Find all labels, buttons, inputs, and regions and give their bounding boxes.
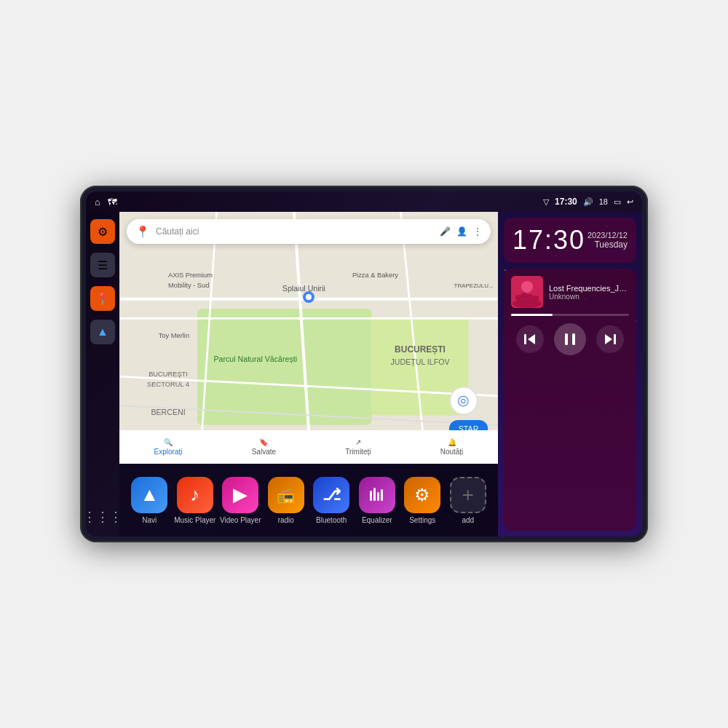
sidebar-grid[interactable]: ⋮⋮⋮ — [90, 505, 115, 529]
app-music-player[interactable]: ♪ Music Player — [173, 477, 218, 524]
radio-app-icon: 📻 — [268, 477, 304, 513]
svg-marker-49 — [605, 334, 612, 344]
track-name: Lost Frequencies_Janie... — [549, 284, 629, 293]
svg-point-22 — [306, 294, 312, 300]
explore-icon: 🔍 — [164, 438, 173, 446]
app-bluetooth[interactable]: ⎇ Bluetooth — [309, 477, 355, 524]
add-symbol: + — [462, 483, 474, 507]
video-app-icon: ▶ — [222, 477, 258, 513]
svg-text:BUCUREȘTI: BUCUREȘTI — [149, 371, 188, 378]
wifi-icon: ▽ — [543, 197, 549, 207]
add-app-icon: + — [450, 477, 486, 513]
prev-icon — [522, 331, 538, 347]
next-button[interactable] — [596, 325, 624, 353]
status-left-icons: ⌂ 🗺 — [95, 197, 117, 207]
sidebar-settings[interactable]: ⚙ — [90, 219, 115, 244]
equalizer-app-icon — [359, 477, 395, 513]
navi-label: Navi — [142, 516, 157, 524]
battery-level: 18 — [599, 197, 608, 206]
map-search-bar[interactable]: 📍 Căutați aici 🎤 👤 ⋮ — [127, 219, 491, 244]
back-icon[interactable]: ↩ — [627, 197, 633, 207]
app-equalizer[interactable]: Equalizer — [355, 477, 400, 524]
eq-symbol — [367, 485, 387, 505]
car-head-unit: ⌂ 🗺 ▽ 17:30 🔊 18 ▭ ↩ ⚙ ☰ — [80, 186, 648, 542]
prev-button[interactable] — [516, 325, 544, 353]
svg-text:BERCENI: BERCENI — [151, 408, 185, 416]
svg-point-41 — [527, 294, 533, 300]
bluetooth-label: Bluetooth — [316, 516, 347, 524]
app-video-player[interactable]: ▶ Video Player — [218, 477, 264, 524]
google-maps-icon: 📍 — [135, 225, 150, 239]
maps-status-icon[interactable]: 🗺 — [108, 197, 117, 207]
svg-text:JUDEȚUL ILFOV: JUDEȚUL ILFOV — [390, 357, 450, 366]
status-time: 17:30 — [555, 197, 577, 207]
app-radio[interactable]: 📻 radio — [264, 477, 309, 524]
track-artist: Unknown — [549, 293, 629, 301]
mic-icon[interactable]: 🎤 — [440, 226, 451, 237]
map-pin-icon: 📍 — [95, 292, 110, 306]
sidebar-maps[interactable]: 📍 — [90, 286, 115, 311]
clock-date-block: 2023/12/12 Tuesday — [587, 231, 628, 250]
status-bar: ⌂ 🗺 ▽ 17:30 🔊 18 ▭ ↩ — [86, 191, 642, 212]
music-symbol: ♪ — [190, 483, 199, 506]
news-icon: 🔔 — [448, 438, 456, 446]
menu-icon[interactable]: ⋮ — [473, 226, 482, 237]
music-label: Music Player — [174, 516, 215, 524]
music-app-icon: ♪ — [177, 477, 213, 513]
svg-text:SECTORUL 4: SECTORUL 4 — [147, 381, 189, 388]
sidebar: ⚙ ☰ 📍 ▲ ⋮⋮⋮ — [86, 212, 119, 537]
map-nav-saved[interactable]: 🔖 Salvate — [252, 438, 276, 456]
center-area: 📍 Căutați aici 🎤 👤 ⋮ — [119, 212, 498, 537]
video-symbol: ▶ — [233, 483, 248, 506]
app-grid: ▲ Navi ♪ Music Player ▶ Vid — [119, 464, 498, 537]
svg-point-42 — [533, 296, 539, 301]
svg-text:BUCUREȘTI: BUCUREȘTI — [395, 344, 446, 355]
clock-time: 17:30 — [513, 225, 585, 256]
album-art-graphic — [511, 276, 543, 308]
radio-symbol: 📻 — [277, 486, 295, 504]
sidebar-navi[interactable]: ▲ — [90, 320, 115, 344]
map-nav-explore[interactable]: 🔍 Explorați — [154, 438, 183, 456]
map-svg: Splaiul Unirii Parcul Natural Văcărești … — [119, 212, 498, 464]
app-add[interactable]: + add — [446, 477, 491, 524]
screen: ⌂ 🗺 ▽ 17:30 🔊 18 ▭ ↩ ⚙ ☰ — [86, 191, 642, 537]
svg-rect-47 — [572, 333, 575, 345]
track-info: Lost Frequencies_Janie... Unknown — [511, 276, 629, 308]
settings-symbol: ⚙ — [414, 485, 430, 505]
sidebar-files[interactable]: ☰ — [90, 253, 115, 277]
clock-date: 2023/12/12 — [587, 231, 628, 240]
music-widget: Lost Frequencies_Janie... Unknown — [504, 269, 636, 531]
home-icon[interactable]: ⌂ — [95, 197, 100, 207]
track-text: Lost Frequencies_Janie... Unknown — [549, 284, 629, 301]
map-nav-share[interactable]: ↗ Trimiteți — [345, 438, 371, 456]
svg-point-40 — [521, 293, 528, 300]
files-icon: ☰ — [98, 258, 108, 272]
share-icon: ↗ — [355, 438, 361, 446]
map-container[interactable]: 📍 Căutați aici 🎤 👤 ⋮ — [119, 212, 498, 464]
album-art — [511, 276, 543, 308]
main-content: ⚙ ☰ 📍 ▲ ⋮⋮⋮ — [86, 212, 642, 537]
progress-fill — [511, 314, 553, 316]
app-navi[interactable]: ▲ Navi — [127, 477, 173, 524]
pause-icon — [561, 331, 579, 348]
svg-text:Parcul Natural Văcărești: Parcul Natural Văcărești — [214, 355, 298, 363]
bluetooth-app-icon: ⎇ — [313, 477, 349, 513]
map-nav-news[interactable]: 🔔 Noutăți — [440, 438, 464, 456]
map-background: 📍 Căutați aici 🎤 👤 ⋮ — [119, 212, 498, 464]
right-panel: 17:30 2023/12/12 Tuesday — [498, 212, 642, 537]
pause-button[interactable] — [554, 323, 586, 355]
svg-rect-0 — [197, 309, 372, 425]
svg-rect-33 — [370, 491, 372, 501]
svg-rect-44 — [524, 334, 526, 344]
battery-icon: ▭ — [614, 197, 621, 207]
svg-point-39 — [515, 295, 521, 301]
settings-label: Settings — [409, 516, 435, 524]
svg-rect-35 — [377, 492, 379, 501]
account-icon[interactable]: 👤 — [456, 226, 467, 237]
volume-icon: 🔊 — [583, 197, 593, 207]
app-settings[interactable]: ⚙ Settings — [400, 477, 446, 524]
svg-text:TRAPEZULU...: TRAPEZULU... — [454, 282, 494, 289]
video-label: Video Player — [220, 516, 261, 524]
navi-app-icon: ▲ — [131, 477, 167, 513]
progress-bar[interactable] — [511, 314, 629, 316]
